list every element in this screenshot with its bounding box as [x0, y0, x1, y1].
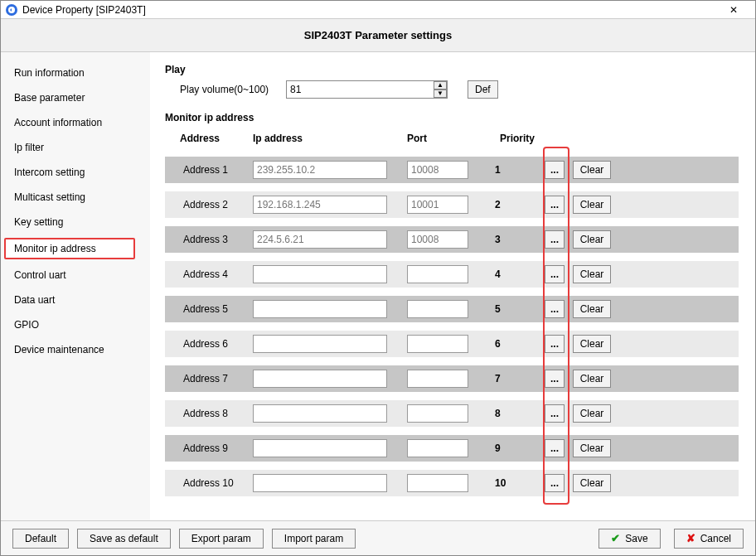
sidebar-item-base-parameter[interactable]: Base parameter [1, 85, 150, 110]
page-heading: SIP2403T Parameter settings [1, 19, 755, 52]
browse-button[interactable]: ... [545, 230, 565, 249]
address-label: Address 10 [180, 477, 253, 489]
volume-spin-up[interactable]: ▲ [434, 81, 447, 89]
sidebar-item-control-uart[interactable]: Control uart [1, 263, 150, 288]
priority-value: 8 [495, 408, 540, 419]
clear-button[interactable]: Clear [573, 196, 611, 214]
clear-button[interactable]: Clear [573, 439, 611, 457]
port-input[interactable] [407, 230, 468, 249]
ip-input[interactable] [253, 404, 387, 423]
address-label: Address 3 [180, 234, 253, 245]
ip-input[interactable] [253, 230, 387, 249]
port-input[interactable] [407, 265, 468, 283]
address-label: Address 9 [180, 442, 253, 454]
clear-button[interactable]: Clear [573, 370, 611, 388]
ip-input[interactable] [253, 474, 387, 492]
address-row: Address 1010...Clear [165, 470, 739, 496]
play-volume-label: Play volume(0~100) [165, 84, 271, 95]
browse-button[interactable]: ... [545, 335, 565, 353]
port-input[interactable] [407, 439, 468, 457]
save-button[interactable]: ✔ Save [598, 529, 660, 549]
port-input[interactable] [407, 300, 468, 318]
port-input[interactable] [407, 474, 468, 492]
ip-input[interactable] [253, 370, 387, 388]
address-label: Address 5 [180, 303, 253, 315]
sidebar-item-run-information[interactable]: Run information [1, 60, 150, 85]
sidebar-item-gpio[interactable]: GPIO [1, 312, 150, 337]
clear-button[interactable]: Clear [573, 265, 611, 283]
clear-button[interactable]: Clear [573, 474, 611, 492]
clear-button[interactable]: Clear [573, 404, 611, 423]
address-label: Address 1 [180, 164, 253, 176]
priority-value: 10 [495, 477, 540, 489]
default-button[interactable]: Default [12, 529, 69, 549]
cancel-button[interactable]: ✘ Cancel [674, 529, 744, 549]
footer: Default Save as default Export param Imp… [1, 520, 755, 555]
sidebar-item-monitor-ip-address[interactable]: Monitor ip address [4, 238, 135, 259]
address-row: Address 33...Clear [165, 226, 739, 253]
browse-button[interactable]: ... [545, 370, 565, 388]
ip-input[interactable] [253, 265, 387, 283]
port-input[interactable] [407, 335, 468, 353]
export-param-button[interactable]: Export param [179, 529, 264, 549]
close-icon: ✕ [729, 4, 738, 16]
ip-input[interactable] [253, 300, 387, 318]
address-row: Address 99...Clear [165, 435, 739, 462]
sidebar-item-key-setting[interactable]: Key setting [1, 210, 150, 234]
volume-spin-down[interactable]: ▼ [434, 89, 447, 98]
check-icon: ✔ [611, 532, 620, 544]
port-input[interactable] [407, 404, 468, 423]
play-section-title: Play [165, 64, 739, 75]
close-button[interactable]: ✕ [717, 1, 750, 19]
priority-value: 2 [495, 199, 540, 210]
ip-input[interactable] [253, 439, 387, 457]
address-row: Address 44...Clear [165, 261, 739, 288]
priority-value: 9 [495, 442, 540, 454]
address-row: Address 22...Clear [165, 191, 739, 218]
clear-button[interactable]: Clear [573, 161, 611, 179]
port-input[interactable] [407, 161, 468, 179]
priority-value: 4 [495, 268, 540, 280]
col-header-ip: Ip address [253, 133, 407, 144]
priority-value: 7 [495, 373, 540, 384]
app-icon [6, 4, 17, 16]
import-param-button[interactable]: Import param [272, 529, 356, 549]
x-icon: ✘ [686, 532, 695, 544]
address-label: Address 4 [180, 268, 253, 280]
play-volume-input[interactable] [286, 80, 448, 99]
monitor-section-title: Monitor ip address [165, 112, 739, 123]
address-label: Address 8 [180, 408, 253, 419]
clear-button[interactable]: Clear [573, 230, 611, 249]
clear-button[interactable]: Clear [573, 335, 611, 353]
sidebar-item-data-uart[interactable]: Data uart [1, 288, 150, 312]
clear-button[interactable]: Clear [573, 300, 611, 318]
browse-button[interactable]: ... [545, 404, 565, 423]
priority-value: 6 [495, 338, 540, 350]
cancel-label: Cancel [700, 533, 731, 544]
priority-value: 1 [495, 164, 540, 176]
sidebar-item-ip-filter[interactable]: Ip filter [1, 135, 150, 160]
browse-button[interactable]: ... [545, 439, 565, 457]
ip-input[interactable] [253, 161, 387, 179]
sidebar-item-device-maintenance[interactable]: Device maintenance [1, 337, 150, 362]
browse-button[interactable]: ... [545, 161, 565, 179]
col-header-priority: Priority [495, 133, 540, 144]
sidebar-item-intercom-setting[interactable]: Intercom setting [1, 160, 150, 185]
address-row: Address 88...Clear [165, 400, 739, 427]
volume-def-button[interactable]: Def [468, 80, 498, 99]
save-label: Save [625, 533, 647, 544]
sidebar-item-multicast-setting[interactable]: Multicast setting [1, 185, 150, 210]
address-row: Address 66...Clear [165, 331, 739, 357]
ip-input[interactable] [253, 335, 387, 353]
sidebar-item-account-information[interactable]: Account information [1, 110, 150, 135]
titlebar: Device Property [SIP2403T] ✕ [1, 1, 755, 19]
port-input[interactable] [407, 196, 468, 214]
port-input[interactable] [407, 370, 468, 388]
browse-button[interactable]: ... [545, 300, 565, 318]
browse-button[interactable]: ... [545, 196, 565, 214]
save-as-default-button[interactable]: Save as default [77, 529, 171, 549]
browse-button[interactable]: ... [545, 474, 565, 492]
ip-input[interactable] [253, 196, 387, 214]
browse-button[interactable]: ... [545, 265, 565, 283]
priority-value: 3 [495, 234, 540, 245]
